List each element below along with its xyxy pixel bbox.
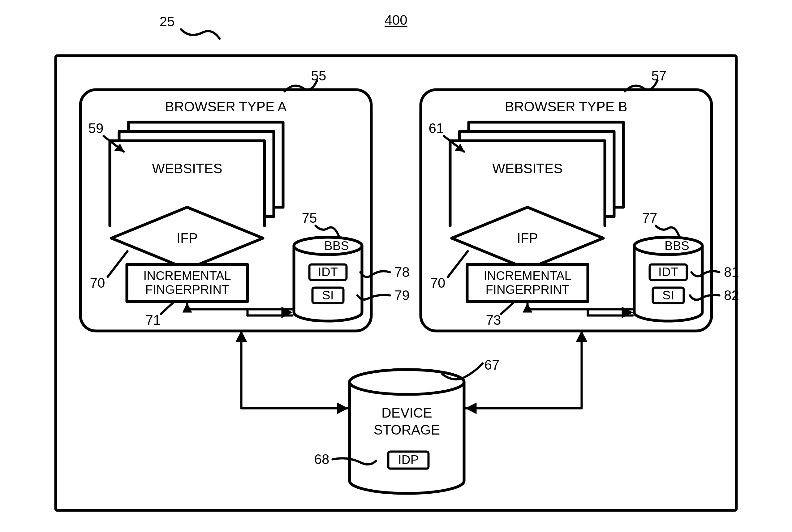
browser-b-si-ref: 82 (724, 288, 739, 303)
browser-a-websites-ref: 59 (89, 121, 103, 136)
browser-a-si-ref: 79 (394, 288, 410, 303)
figure-number: 400 (384, 12, 407, 27)
browser-b-idt-label: IDT (658, 265, 678, 279)
browser-b-ifp-ref: 70 (430, 275, 446, 290)
browser-b-title: BROWSER TYPE B (505, 99, 627, 114)
browser-a-bbs-cylinder: BBS IDT SI (294, 237, 362, 321)
browser-a-bbs-ref: 75 (302, 210, 317, 226)
browser-b-ifp-label: IFP (517, 230, 538, 246)
browser-b-si-label: SI (662, 288, 674, 302)
browser-a-idt-ref: 78 (394, 264, 410, 280)
device-storage-cylinder: DEVICE STORAGE IDP (350, 369, 464, 493)
browser-b-group: BROWSER TYPE B 57 WEBSITES 61 IFP 70 INC… (421, 68, 739, 331)
svg-marker-18 (236, 331, 247, 342)
browser-a-idt-label: IDT (318, 265, 338, 279)
browser-a-ifp-ref: 70 (90, 275, 105, 290)
browser-b-ref: 57 (652, 68, 667, 83)
browser-a-websites-label: WEBSITES (152, 161, 222, 176)
browser-b-incremental-ref: 73 (486, 312, 501, 327)
browser-a-group: BROWSER TYPE A 55 WEBSITES 59 IFP 70 INC… (80, 68, 410, 331)
browser-b-idt-ref: 81 (724, 264, 739, 280)
browser-b-websites-label: WEBSITES (492, 161, 563, 176)
browser-a-title: BROWSER TYPE A (165, 99, 287, 114)
svg-point-17 (350, 369, 464, 394)
browser-b-incremental-l2: FINGERPRINT (485, 283, 569, 296)
browser-b-bbs-cylinder: BBS IDT SI (634, 237, 702, 321)
browser-a-ifp-label: IFP (177, 230, 198, 246)
arrow-a-to-device (236, 331, 348, 414)
browser-b-incremental-l1: INCREMENTAL (484, 269, 571, 282)
idp-ref: 68 (314, 452, 329, 467)
browser-b-websites-ref: 61 (429, 121, 444, 136)
svg-marker-20 (576, 331, 587, 342)
ref67-leader (442, 363, 483, 379)
browser-a-ref: 55 (311, 68, 326, 83)
svg-marker-19 (337, 403, 348, 414)
browser-a-incremental-l1: INCREMENTAL (143, 269, 231, 282)
browser-a-incremental-ref: 71 (146, 312, 161, 327)
diagram-canvas: 400 25 BROWSER TYPE A 55 WEBSITES 59 IFP… (0, 0, 792, 532)
browser-b-bbs-label: BBS (664, 239, 689, 252)
arrow-b-to-device (466, 331, 587, 414)
browser-b-bbs-ref: 77 (642, 210, 657, 226)
device-storage-ref: 67 (485, 357, 499, 373)
outer-ref-label: 25 (159, 14, 175, 29)
browser-a-si-label: SI (322, 288, 334, 302)
device-storage-label-l2: STORAGE (374, 422, 440, 437)
browser-a-incremental-l2: FINGERPRINT (145, 283, 229, 296)
svg-marker-21 (466, 403, 476, 414)
browser-a-bbs-label: BBS (324, 239, 349, 252)
outer-ref-leader (181, 30, 220, 39)
device-storage-label-l1: DEVICE (381, 405, 432, 420)
idp-label: IDP (398, 453, 419, 467)
